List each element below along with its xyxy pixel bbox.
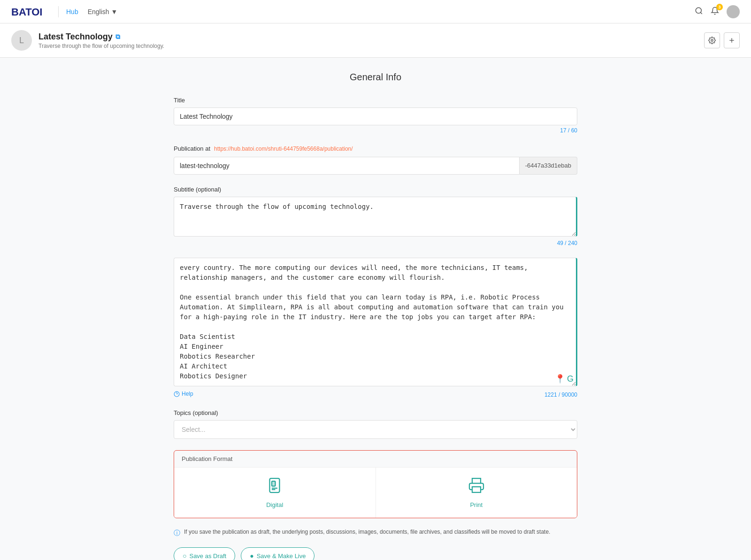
print-icon	[468, 477, 485, 498]
main-content: General Info Title 17 / 60 Publication a…	[164, 58, 587, 560]
digital-label: Digital	[266, 501, 283, 508]
subtitle-label: Subtitle (optional)	[174, 186, 577, 193]
title-input[interactable]	[174, 107, 577, 125]
publication-format-box: Publication Format Digital	[174, 450, 577, 518]
save-draft-button[interactable]: ○ Save as Draft	[174, 547, 235, 560]
pub-format-title: Publication Format	[174, 451, 577, 468]
content-textarea[interactable]	[174, 258, 577, 386]
save-live-button[interactable]: ● Save & Make Live	[241, 547, 314, 560]
svg-rect-13	[472, 487, 481, 492]
page-header: L Latest Technology ⧉ Traverse through t…	[0, 23, 751, 58]
header-actions	[704, 32, 740, 48]
content-group: 📍 G Help 1221 / 90000	[174, 258, 577, 398]
notification-icon[interactable]: 3	[711, 7, 719, 16]
subtitle-char-count: 49 / 240	[174, 240, 577, 246]
live-icon: ●	[250, 552, 253, 560]
settings-button[interactable]	[704, 32, 720, 48]
subtitle-wrapper	[174, 197, 577, 238]
digital-icon	[266, 477, 283, 498]
logo-svg: BATOI	[11, 5, 49, 18]
navbar-right: 3	[695, 5, 740, 18]
draft-icon: ○	[183, 552, 186, 560]
page-header-left: L Latest Technology ⧉ Traverse through t…	[11, 30, 164, 51]
subtitle-textarea[interactable]	[174, 197, 577, 237]
navbar: BATOI Hub English ▼ 3	[0, 0, 751, 23]
svg-line-2	[700, 12, 702, 14]
textarea-tools: 📍 G	[555, 374, 574, 384]
language-selector[interactable]: English ▼	[88, 8, 118, 15]
pub-format-options: Digital Print	[174, 468, 577, 518]
content-footer: Help 1221 / 90000	[174, 390, 577, 398]
publication-at-label: Publication at	[174, 145, 210, 152]
info-icon: ⓘ	[174, 528, 180, 538]
search-icon[interactable]	[695, 7, 703, 16]
svg-point-1	[696, 8, 701, 13]
slug-suffix: -6447a33d1ebab	[520, 157, 577, 175]
section-title: General Info	[174, 72, 577, 83]
format-digital-option[interactable]: Digital	[174, 468, 376, 518]
notification-badge: 3	[716, 4, 723, 10]
slug-input[interactable]	[174, 157, 520, 175]
svg-point-3	[711, 39, 713, 41]
title-group: Title 17 / 60	[174, 97, 577, 134]
topics-label: Topics (optional)	[174, 409, 577, 416]
nav-divider	[58, 6, 59, 17]
content-char-count: 1221 / 90000	[544, 391, 577, 398]
add-button[interactable]	[724, 32, 740, 48]
topics-select[interactable]: Select...	[174, 420, 577, 439]
publication-at-group: Publication at https://hub.batoi.com/shr…	[174, 145, 577, 175]
nav-links: Hub English ▼	[66, 8, 695, 15]
location-tool-icon[interactable]: 📍	[555, 374, 565, 384]
subtitle-group: Subtitle (optional) 49 / 240	[174, 186, 577, 246]
hub-link[interactable]: Hub	[66, 8, 78, 15]
page-title-block: Latest Technology ⧉ Traverse through the…	[38, 32, 164, 49]
info-note-text: If you save the publication as draft, th…	[184, 528, 550, 536]
slug-row: -6447a33d1ebab	[174, 157, 577, 175]
user-avatar[interactable]	[727, 5, 740, 18]
print-label: Print	[470, 501, 483, 508]
logo: BATOI	[11, 5, 49, 18]
topics-group: Topics (optional) Select...	[174, 409, 577, 439]
content-wrapper: 📍 G	[174, 258, 577, 388]
page-subtitle: Traverse through the flow of upcoming te…	[38, 43, 164, 49]
svg-text:BATOI: BATOI	[11, 6, 42, 18]
format-print-option[interactable]: Print	[376, 468, 577, 518]
title-label: Title	[174, 97, 577, 104]
grammarly-icon[interactable]: G	[567, 374, 574, 384]
help-link[interactable]: Help	[174, 391, 193, 397]
publication-at-row: Publication at https://hub.batoi.com/shr…	[174, 145, 577, 152]
page-title: Latest Technology ⧉	[38, 32, 164, 42]
action-buttons: ○ Save as Draft ● Save & Make Live	[174, 547, 577, 560]
external-link-icon[interactable]: ⧉	[115, 33, 120, 41]
info-note: ⓘ If you save the publication as draft, …	[174, 528, 577, 538]
publication-avatar: L	[11, 30, 32, 51]
publication-link[interactable]: https://hub.batoi.com/shruti-644759fe566…	[214, 146, 353, 152]
title-char-count: 17 / 60	[174, 127, 577, 134]
